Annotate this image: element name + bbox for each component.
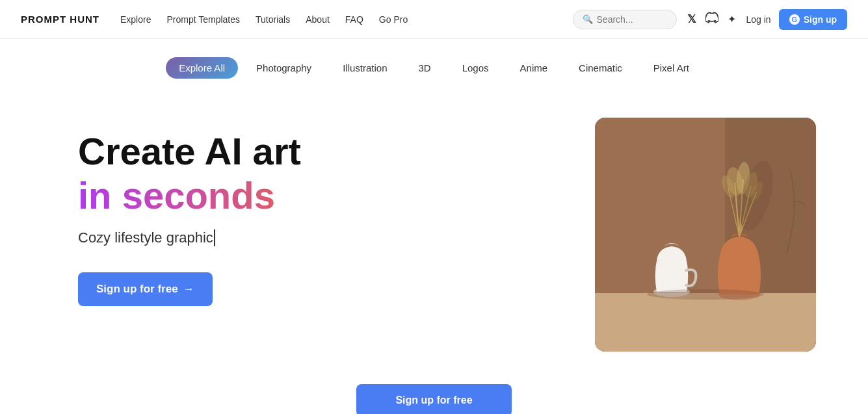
hero-cta-button[interactable]: Sign up for free → (78, 272, 213, 306)
nav-links: Explore Prompt Templates Tutorials About… (120, 14, 573, 25)
category-cinematic[interactable]: Cinematic (566, 57, 635, 79)
nav-about[interactable]: About (306, 14, 330, 25)
text-cursor (214, 229, 215, 246)
login-button[interactable]: Log in (746, 14, 771, 25)
category-bar: Explore All Photography Illustration 3D … (0, 39, 868, 92)
nav-explore[interactable]: Explore (120, 14, 151, 25)
hero-section: Create AI art in seconds Cozy lifestyle … (0, 92, 868, 378)
category-photography[interactable]: Photography (243, 57, 324, 79)
bottom-cta: Sign up for free (0, 378, 868, 414)
category-anime[interactable]: Anime (507, 57, 561, 79)
discord-icon[interactable] (705, 11, 718, 27)
category-illustration[interactable]: Illustration (330, 57, 400, 79)
settings-icon[interactable]: ✦ (728, 13, 736, 25)
category-3d[interactable]: 3D (406, 57, 444, 79)
hero-title-line2: in seconds (78, 175, 403, 216)
search-box[interactable]: 🔍 (573, 10, 677, 29)
hero-subtitle: Cozy lifestyle graphic (78, 229, 403, 246)
nav-faq[interactable]: FAQ (345, 14, 363, 25)
navbar: PROMPT HUNT Explore Prompt Templates Tut… (0, 0, 868, 39)
category-pixel-art[interactable]: Pixel Art (640, 57, 702, 79)
svg-point-16 (647, 289, 764, 300)
search-input[interactable] (597, 14, 667, 25)
twitter-icon[interactable]: 𝕏 (687, 12, 696, 26)
hero-image (595, 118, 816, 352)
nav-social-icons: 𝕏 ✦ (687, 11, 736, 27)
nav-prompt-templates[interactable]: Prompt Templates (166, 14, 240, 25)
signup-button[interactable]: G Sign up (779, 9, 847, 30)
hero-title-line1: Create AI art (78, 131, 403, 172)
category-explore-all[interactable]: Explore All (166, 57, 238, 79)
bottom-signup-button[interactable]: Sign up for free (356, 384, 511, 414)
google-icon: G (789, 14, 800, 25)
nav-go-pro[interactable]: Go Pro (379, 14, 408, 25)
brand-logo[interactable]: PROMPT HUNT (21, 14, 99, 25)
category-logos[interactable]: Logos (449, 57, 502, 79)
hero-text: Create AI art in seconds Cozy lifestyle … (78, 118, 403, 306)
search-icon: 🔍 (583, 14, 593, 24)
svg-rect-2 (595, 293, 816, 352)
nav-tutorials[interactable]: Tutorials (256, 14, 290, 25)
